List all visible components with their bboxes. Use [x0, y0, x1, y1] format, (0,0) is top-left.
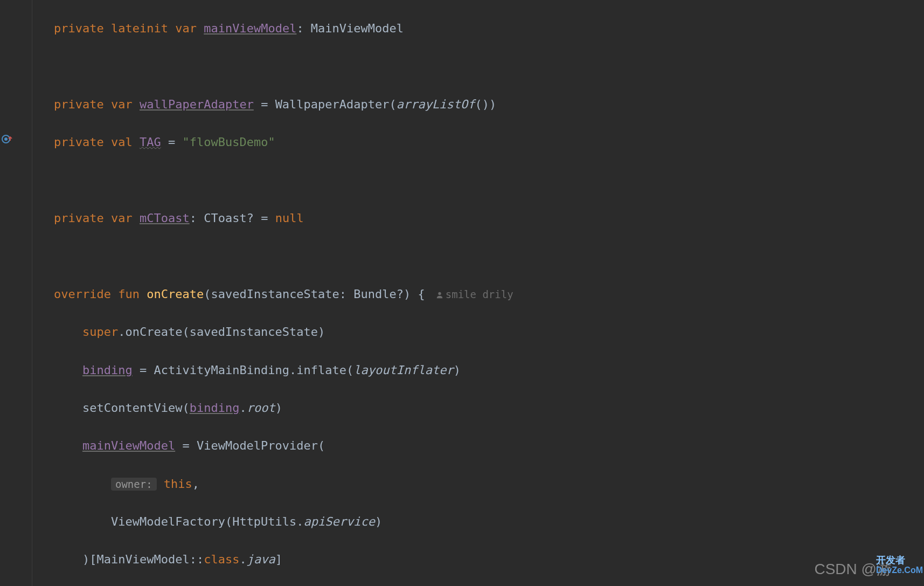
code-line[interactable]: owner: this, [54, 474, 924, 493]
code-text: ] [275, 553, 282, 566]
property: java [247, 553, 275, 566]
code-line[interactable]: private var wallPaperAdapter = Wallpaper… [54, 95, 924, 114]
property: root [247, 401, 275, 415]
code-line[interactable] [54, 171, 924, 190]
param: layoutInflater [353, 363, 453, 377]
code-text: ) [275, 401, 282, 415]
code-line[interactable]: private var mCToast: CToast? = null [54, 209, 924, 227]
code-text: ()) [475, 98, 497, 111]
keyword: this [164, 477, 192, 491]
keyword: lateinit [111, 22, 168, 35]
param: arrayListOf [397, 98, 475, 111]
code-text: (savedInstanceState: Bundle?) { [204, 287, 425, 301]
keyword: var [111, 211, 133, 225]
code-text: . [239, 401, 246, 415]
keyword: private [54, 135, 104, 149]
field-ref: binding [82, 363, 133, 377]
gutter [0, 0, 32, 586]
keyword: class [204, 553, 239, 566]
field-ref: wallPaperAdapter [140, 98, 254, 111]
keyword: override [54, 287, 111, 301]
svg-point-2 [438, 292, 441, 295]
code-text: : CToast? = [190, 211, 275, 225]
string-literal: "flowBusDemo" [182, 135, 275, 149]
code-text: ) [454, 363, 461, 377]
keyword: private [54, 211, 104, 225]
keyword: super [82, 325, 118, 339]
code-line[interactable] [54, 246, 924, 265]
code-line[interactable]: super.onCreate(savedInstanceState) [54, 322, 924, 341]
watermark-logo: 开发者 DevZe.CoM [876, 555, 923, 575]
code-line[interactable]: private val TAG = "flowBusDemo" [54, 133, 924, 151]
keyword: var [175, 22, 197, 35]
code-area[interactable]: private lateinit var mainViewModel: Main… [32, 0, 924, 586]
code-text: setContentView( [82, 401, 190, 415]
code-text: )[MainViewModel:: [82, 553, 204, 566]
keyword: private [54, 98, 104, 111]
code-editor: private lateinit var mainViewModel: Main… [0, 0, 924, 586]
keyword: fun [118, 287, 140, 301]
keyword: null [275, 211, 304, 225]
code-text: = WallpaperAdapter( [254, 98, 397, 111]
code-line[interactable]: mainViewModel = ViewModelProvider( [54, 436, 924, 455]
code-line[interactable]: ViewModelFactory(HttpUtils.apiService) [54, 512, 924, 531]
logo-top: 开发者 [876, 555, 923, 566]
parameter-hint: owner: [111, 478, 157, 491]
code-text: = ViewModelProvider( [175, 439, 325, 452]
field-ref: mainViewModel [204, 22, 296, 35]
type-annotation: : MainViewModel [296, 22, 404, 35]
code-text: , [192, 477, 199, 491]
keyword: var [111, 98, 133, 111]
keyword: private [54, 22, 104, 35]
code-line[interactable]: override fun onCreate(savedInstanceState… [54, 285, 924, 304]
code-text: = ActivityMainBinding.inflate( [133, 363, 354, 377]
author-annotation: smile drily [436, 288, 513, 300]
code-line[interactable]: )[MainViewModel::class.java] [54, 550, 924, 569]
code-line[interactable] [54, 57, 924, 76]
code-text: ) [375, 515, 382, 528]
field-ref: mCToast [140, 211, 190, 225]
property: apiService [304, 515, 375, 528]
keyword: val [111, 135, 133, 149]
field-ref: binding [190, 401, 240, 415]
svg-point-1 [4, 137, 8, 141]
logo-bottom: DevZe.CoM [876, 566, 923, 575]
code-text: ViewModelFactory(HttpUtils. [111, 515, 304, 528]
field-ref: mainViewModel [82, 439, 175, 452]
code-line[interactable]: setContentView(binding.root) [54, 398, 924, 417]
code-line[interactable]: private lateinit var mainViewModel: Main… [54, 19, 924, 38]
code-line[interactable]: binding = ActivityMainBinding.inflate(la… [54, 361, 924, 380]
override-icon[interactable] [0, 133, 13, 146]
person-icon [436, 291, 443, 299]
field-ref: TAG [140, 135, 161, 149]
function-name: onCreate [147, 287, 204, 301]
code-text: .onCreate(savedInstanceState) [118, 325, 325, 339]
code-text: = [161, 135, 183, 149]
code-text: . [239, 553, 246, 566]
